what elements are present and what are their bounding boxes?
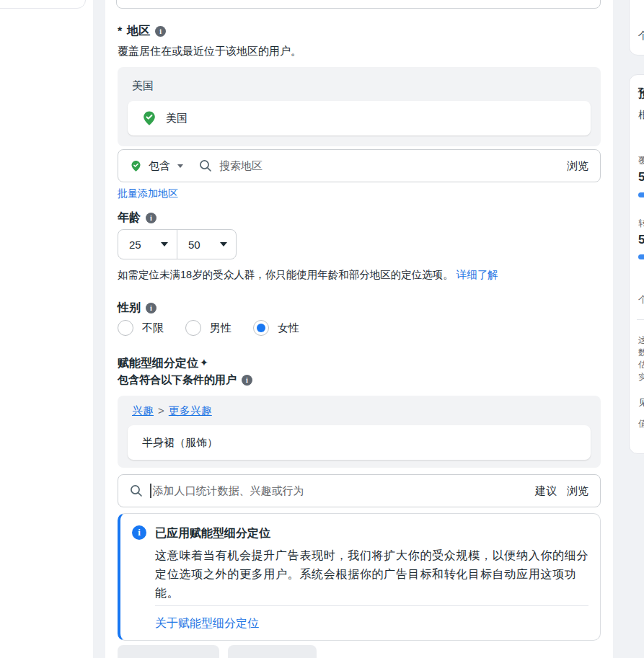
region-browse-button[interactable]: 浏览 xyxy=(567,159,588,173)
right-rail: 个 预 根 覆 5, 转 5, 个 这 数 估 实 见 值 xyxy=(627,0,644,658)
advantage-targeting-notice: i 已应用赋能型细分定位 这意味着当有机会提升广告表现时，我们将扩大你的受众规模… xyxy=(118,513,601,641)
clipped-button-right[interactable] xyxy=(228,645,317,658)
metric1-label-fragment: 覆 xyxy=(638,154,644,167)
estimate-panel-divider xyxy=(637,319,644,320)
selected-interest-chip[interactable]: 半身裙（服饰） xyxy=(128,425,591,460)
region-description: 覆盖居住在或最近位于该地区的用户。 xyxy=(118,45,301,58)
location-pin-icon xyxy=(141,110,157,126)
notice-body: 这意味着当有机会提升广告表现时，我们将扩大你的受众规模，以便纳入你的细分定位选项… xyxy=(155,546,594,603)
info-icon[interactable]: i xyxy=(155,26,166,37)
gender-radio-group: 不限 男性 女性 xyxy=(118,320,299,336)
required-asterisk: * xyxy=(118,25,122,38)
breadcrumb-interests-link[interactable]: 兴趣 xyxy=(132,404,154,417)
region-search-input[interactable]: 搜索地区 xyxy=(219,159,263,173)
notice-title: 已应用赋能型细分定位 xyxy=(155,526,270,541)
caret-down-icon xyxy=(161,242,168,246)
clipped-button-left[interactable] xyxy=(118,645,219,658)
region-selection-box: 美国 美国 xyxy=(118,67,601,146)
region-label-text: 地区 xyxy=(127,24,150,39)
left-gutter xyxy=(93,0,105,658)
age-learn-more-link[interactable]: 详细了解 xyxy=(456,269,498,280)
estimate-panel-title-fragment: 预 xyxy=(638,86,644,102)
gender-option-any-label: 不限 xyxy=(142,321,164,335)
selected-region-chip[interactable]: 美国 xyxy=(128,101,591,135)
estimate-panel-card: 预 根 覆 5, 转 5, 个 这 数 估 实 见 值 xyxy=(629,74,644,454)
ads-manager-audience-page: * 地区 i 覆盖居住在或最近位于该地区的用户。 美国 美国 xyxy=(0,0,644,658)
age-max-select[interactable]: 50 xyxy=(177,230,236,259)
disclaimer-fragment: 这 xyxy=(638,334,644,347)
caret-down-icon xyxy=(177,164,183,168)
radio-unchecked-icon xyxy=(185,320,201,336)
right-gutter xyxy=(613,0,627,658)
detailed-targeting-title: 赋能型细分定位 ✦ xyxy=(118,356,208,371)
gender-option-female[interactable]: 女性 xyxy=(253,320,299,336)
radio-checked-icon xyxy=(253,320,269,336)
info-icon[interactable]: i xyxy=(146,213,156,223)
disclaimer-fragment: 实 xyxy=(638,371,644,383)
notice-divider xyxy=(155,605,588,606)
detailed-targeting-search-input[interactable]: 添加人口统计数据、兴趣或行为 xyxy=(153,484,304,498)
gender-option-female-label: 女性 xyxy=(278,321,299,335)
age-range-selects: 25 50 xyxy=(118,229,237,259)
radio-unchecked-icon xyxy=(118,320,133,336)
right-rail-footer-fragment: 值 xyxy=(638,418,644,430)
info-icon: i xyxy=(132,525,146,540)
breadcrumb-more-interests-link[interactable]: 更多兴趣 xyxy=(169,404,212,417)
detailed-targeting-search-row: 添加人口统计数据、兴趣或行为 建议 浏览 xyxy=(118,474,601,507)
metric-note-fragment: 个 xyxy=(638,293,644,306)
region-group-label: 美国 xyxy=(132,79,154,93)
info-icon[interactable]: i xyxy=(146,303,156,314)
sparkle-icon: ✦ xyxy=(200,357,208,368)
gender-option-male-label: 男性 xyxy=(210,321,231,335)
left-panel-card-edge xyxy=(0,0,86,9)
right-rail-link-fragment[interactable]: 见 xyxy=(638,396,644,409)
breadcrumb-separator: > xyxy=(158,404,164,417)
estimate-panel-subtitle-fragment: 根 xyxy=(638,109,644,122)
metric1-progress-bar xyxy=(638,192,644,197)
age-section-label: 年龄 i xyxy=(118,210,156,226)
targeting-browse-button[interactable]: 浏览 xyxy=(567,484,588,498)
caret-down-icon xyxy=(220,242,227,246)
age-label-text: 年龄 xyxy=(118,210,141,226)
search-icon xyxy=(199,159,212,172)
detailed-targeting-subtitle-text: 包含符合以下条件的用户 xyxy=(118,373,237,387)
left-panel xyxy=(0,0,93,658)
metric2-label-fragment: 转 xyxy=(638,217,644,230)
age-min-select[interactable]: 25 xyxy=(118,230,177,259)
age-helper-text: 如需定位未满18岁的受众人群，你只能使用年龄和部分地区的定位选项。 详细了解 xyxy=(118,268,608,282)
about-advantage-targeting-link-text: 关于赋能型细分定位 xyxy=(155,617,259,629)
region-section-label: * 地区 i xyxy=(118,24,166,39)
disclaimer-fragment: 估 xyxy=(638,359,644,371)
age-max-value: 50 xyxy=(188,239,200,251)
detailed-targeting-title-text: 赋能型细分定位 xyxy=(118,356,198,371)
bulk-add-regions-link[interactable]: 批量添加地区 xyxy=(118,187,178,200)
disclaimer-fragment: 数 xyxy=(638,347,644,359)
metric1-value-fragment: 5, xyxy=(638,170,644,184)
interest-selection-box: 兴趣>更多兴趣 半身裙（服饰） xyxy=(118,396,601,468)
gender-option-male[interactable]: 男性 xyxy=(185,320,231,336)
metric2-value-fragment: 5, xyxy=(638,233,644,247)
audience-form-panel: * 地区 i 覆盖居住在或最近位于该地区的用户。 美国 美国 xyxy=(105,0,613,658)
age-helper-body: 如需定位未满18岁的受众人群，你只能使用年龄和部分地区的定位选项。 xyxy=(118,269,454,280)
detailed-targeting-subtitle: 包含符合以下条件的用户 i xyxy=(118,373,252,387)
region-search-row: 包含 搜索地区 浏览 xyxy=(118,149,601,182)
interest-breadcrumb: 兴趣>更多兴趣 xyxy=(132,404,212,418)
include-dropdown-label: 包含 xyxy=(149,159,170,173)
info-icon[interactable]: i xyxy=(242,375,252,386)
search-icon xyxy=(130,484,143,497)
right-rail-top-card: 个 xyxy=(629,0,644,55)
include-dropdown[interactable]: 包含 xyxy=(149,159,183,173)
selected-region-name: 美国 xyxy=(166,112,188,125)
gender-label-text: 性别 xyxy=(118,301,141,316)
gender-section-label: 性别 i xyxy=(118,301,156,316)
suggestions-button[interactable]: 建议 xyxy=(535,484,557,498)
age-min-value: 25 xyxy=(129,239,141,251)
location-pin-icon xyxy=(130,160,142,172)
clipped-top-input[interactable] xyxy=(116,0,601,9)
text-cursor xyxy=(150,484,151,498)
gender-option-any[interactable]: 不限 xyxy=(118,320,164,336)
metric2-progress-bar xyxy=(638,254,644,259)
right-rail-top-fragment: 个 xyxy=(638,30,644,43)
about-advantage-targeting-link[interactable]: 关于赋能型细分定位 xyxy=(155,616,259,631)
selected-interest-name: 半身裙（服饰） xyxy=(142,436,218,450)
